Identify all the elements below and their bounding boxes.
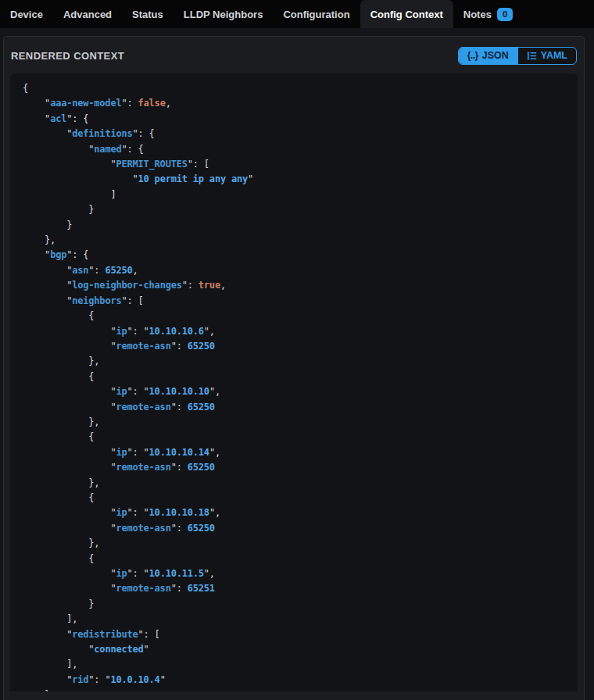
notes-count-badge: 0 bbox=[497, 8, 513, 21]
tab-lldp-neighbors[interactable]: LLDP Neighbors bbox=[174, 0, 274, 28]
code-line: } bbox=[23, 597, 565, 612]
code-line: "ip": "10.10.11.5", bbox=[23, 566, 565, 581]
code-line: "remote-asn": 65250 bbox=[23, 460, 565, 475]
code-line: "10 permit ip any any" bbox=[23, 172, 565, 187]
code-line: "bgp": { bbox=[23, 248, 565, 262]
tab-advanced[interactable]: Advanced bbox=[53, 0, 122, 28]
code-line: "ip": "10.10.10.14", bbox=[23, 445, 565, 460]
rendered-context-card: RENDERED CONTEXT {..} JSON Y bbox=[3, 36, 585, 700]
code-line: }, bbox=[23, 536, 565, 551]
code-line: { bbox=[23, 309, 565, 323]
code-line: } bbox=[23, 202, 565, 217]
code-line: ], bbox=[23, 612, 565, 627]
tab-label: Configuration bbox=[283, 9, 349, 20]
tab-status[interactable]: Status bbox=[122, 0, 174, 28]
yaml-button-label: YAML bbox=[541, 50, 567, 61]
page-body: RENDERED CONTEXT {..} JSON Y bbox=[0, 28, 594, 700]
code-line: "ip": "10.10.10.10", bbox=[23, 384, 565, 399]
code-line: "connected" bbox=[23, 642, 565, 657]
code-line: "ip": "10.10.10.6", bbox=[23, 324, 565, 339]
tab-configuration[interactable]: Configuration bbox=[273, 0, 360, 28]
code-line: "rid": "10.0.10.4" bbox=[23, 673, 565, 688]
card-header: RENDERED CONTEXT {..} JSON Y bbox=[4, 37, 584, 73]
tab-device[interactable]: Device bbox=[0, 0, 53, 28]
json-format-button[interactable]: {..} JSON bbox=[459, 48, 517, 64]
json-button-label: JSON bbox=[482, 50, 509, 61]
card-title: RENDERED CONTEXT bbox=[11, 50, 124, 62]
code-line: "remote-asn": 65250 bbox=[23, 400, 565, 415]
code-line: { bbox=[23, 491, 565, 505]
code-line: { bbox=[23, 81, 565, 96]
tab-label: Device bbox=[10, 9, 43, 20]
code-line: "definitions": { bbox=[23, 127, 565, 141]
code-line: "remote-asn": 65250 bbox=[23, 339, 565, 354]
code-line: ], bbox=[23, 657, 565, 672]
curly-braces-icon: {..} bbox=[467, 50, 478, 61]
tab-bar: DeviceAdvancedStatusLLDP NeighborsConfig… bbox=[0, 0, 594, 28]
yaml-format-button[interactable]: YAML bbox=[517, 48, 576, 64]
tab-label: Notes bbox=[463, 9, 492, 20]
code-line: }, bbox=[23, 233, 565, 248]
code-line: } bbox=[23, 218, 565, 233]
code-line: "PERMIT_ROUTES": [ bbox=[23, 157, 565, 172]
list-icon bbox=[527, 51, 537, 61]
tab-label: Status bbox=[132, 9, 163, 20]
code-line: ] bbox=[23, 188, 565, 202]
code-line: "redistribute": [ bbox=[23, 627, 565, 642]
code-line: "named": { bbox=[23, 142, 565, 157]
code-line: }, bbox=[23, 688, 565, 691]
format-toggle-group: {..} JSON YAML bbox=[458, 47, 577, 65]
code-line: "remote-asn": 65250 bbox=[23, 521, 565, 536]
code-line: }, bbox=[23, 354, 565, 369]
code-line: }, bbox=[23, 415, 565, 430]
code-line: "aaa-new-model": false, bbox=[23, 96, 565, 111]
tab-config-context[interactable]: Config Context bbox=[360, 0, 453, 28]
tab-notes[interactable]: Notes0 bbox=[453, 0, 524, 28]
code-line: "log-neighbor-changes": true, bbox=[23, 278, 565, 293]
code-line: "remote-asn": 65251 bbox=[23, 581, 565, 596]
code-block[interactable]: { "aaa-new-model": false, "acl": { "defi… bbox=[10, 73, 578, 691]
code-line: "asn": 65250, bbox=[23, 263, 565, 278]
code-line: { bbox=[23, 552, 565, 566]
tab-label: Advanced bbox=[63, 9, 112, 20]
code-line: { bbox=[23, 430, 565, 445]
code-line: "ip": "10.10.10.18", bbox=[23, 505, 565, 520]
code-line: "neighbors": [ bbox=[23, 294, 565, 309]
code-line: }, bbox=[23, 476, 565, 491]
code-line: "acl": { bbox=[23, 112, 565, 127]
tab-label: LLDP Neighbors bbox=[184, 9, 263, 20]
tab-label: Config Context bbox=[370, 9, 443, 20]
code-line: { bbox=[23, 370, 565, 384]
